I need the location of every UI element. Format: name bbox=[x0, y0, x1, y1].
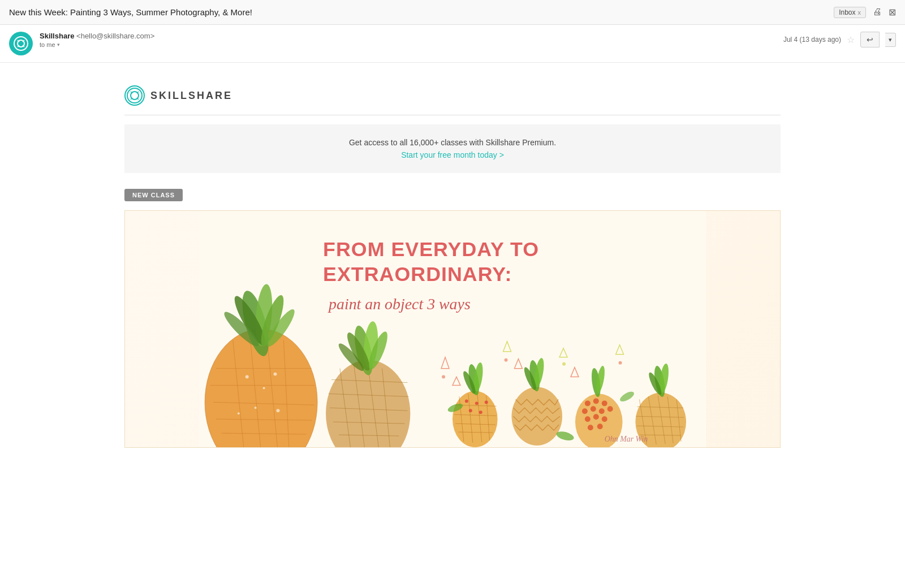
svg-point-29 bbox=[238, 412, 240, 414]
star-icon[interactable]: ☆ bbox=[847, 34, 855, 45]
free-month-link[interactable]: Start your free month today > bbox=[401, 150, 504, 159]
svg-point-82 bbox=[602, 416, 607, 422]
svg-point-83 bbox=[588, 425, 593, 430]
email-body: SKILLSHARE Get access to all 16,000+ cla… bbox=[0, 63, 905, 588]
skillshare-logo-area: SKILLSHARE bbox=[124, 74, 781, 115]
svg-text:Ohn Mar Win: Ohn Mar Win bbox=[605, 435, 648, 443]
svg-point-76 bbox=[582, 408, 588, 414]
more-options-button[interactable]: ▾ bbox=[885, 33, 896, 47]
skillshare-avatar-icon bbox=[14, 36, 28, 51]
svg-text:EXTRAORDINARY:: EXTRAORDINARY: bbox=[323, 263, 512, 286]
skillshare-logo-icon bbox=[126, 87, 143, 104]
email-subject: New this Week: Painting 3 Ways, Summer P… bbox=[9, 7, 834, 17]
svg-point-0 bbox=[14, 37, 28, 50]
svg-point-28 bbox=[276, 409, 279, 412]
svg-point-64 bbox=[479, 410, 482, 414]
svg-point-24 bbox=[245, 375, 249, 379]
logo-divider bbox=[124, 115, 781, 115]
email-date: Jul 4 (13 days ago) bbox=[783, 36, 841, 44]
skillshare-logo-text: SKILLSHARE bbox=[150, 90, 232, 102]
inbox-badge: Inbox x bbox=[834, 7, 866, 18]
course-artwork: FROM EVERYDAY TO EXTRAORDINARY: paint an… bbox=[125, 211, 780, 447]
recipient-info: to me ▾ bbox=[40, 41, 783, 48]
svg-point-110 bbox=[619, 361, 622, 365]
top-bar: New this Week: Painting 3 Ways, Summer P… bbox=[0, 0, 905, 25]
email-header: Skillshare <hello@skillshare.com> to me … bbox=[0, 25, 905, 63]
inbox-close-button[interactable]: x bbox=[858, 9, 861, 16]
print-icon[interactable]: 🖨 bbox=[873, 7, 882, 18]
svg-point-73 bbox=[585, 400, 591, 406]
svg-text:FROM EVERYDAY TO: FROM EVERYDAY TO bbox=[323, 238, 539, 261]
svg-point-81 bbox=[593, 414, 599, 420]
svg-text:paint an object 3 ways: paint an object 3 ways bbox=[327, 295, 471, 313]
recipient-dropdown-arrow[interactable]: ▾ bbox=[57, 42, 60, 47]
sender-avatar bbox=[9, 32, 33, 55]
svg-point-109 bbox=[562, 362, 566, 366]
premium-text: Get access to all 16,000+ classes with S… bbox=[136, 138, 769, 147]
svg-point-26 bbox=[274, 373, 277, 376]
svg-point-61 bbox=[475, 401, 479, 405]
svg-point-27 bbox=[255, 407, 257, 409]
expand-icon[interactable]: ⊠ bbox=[889, 7, 896, 18]
svg-point-60 bbox=[465, 399, 468, 403]
svg-point-77 bbox=[591, 406, 596, 412]
svg-point-84 bbox=[597, 423, 603, 429]
course-image: FROM EVERYDAY TO EXTRAORDINARY: paint an… bbox=[124, 210, 781, 448]
svg-point-74 bbox=[593, 398, 599, 404]
new-class-badge: NEW CLASS bbox=[124, 189, 183, 201]
svg-point-25 bbox=[263, 387, 265, 390]
svg-point-108 bbox=[505, 358, 508, 362]
svg-point-80 bbox=[585, 416, 591, 422]
sender-email: <hello@skillshare.com> bbox=[76, 32, 154, 40]
svg-point-62 bbox=[485, 400, 488, 404]
svg-point-6 bbox=[127, 88, 142, 103]
top-bar-actions: 🖨 ⊠ bbox=[873, 7, 896, 18]
svg-point-75 bbox=[602, 400, 607, 406]
svg-point-63 bbox=[469, 409, 472, 412]
sender-name: Skillshare bbox=[40, 32, 74, 40]
reply-button[interactable]: ↩ bbox=[860, 32, 880, 47]
to-label: to me bbox=[40, 41, 55, 48]
skillshare-logo-circle bbox=[124, 85, 145, 106]
sender-info: Skillshare <hello@skillshare.com> to me … bbox=[40, 32, 783, 48]
svg-point-79 bbox=[607, 406, 613, 412]
email-meta: Jul 4 (13 days ago) ☆ ↩ ▾ bbox=[783, 32, 896, 47]
svg-point-78 bbox=[599, 408, 605, 414]
svg-point-107 bbox=[442, 375, 445, 379]
svg-point-68 bbox=[512, 387, 563, 446]
inbox-label: Inbox bbox=[839, 8, 855, 16]
premium-banner: Get access to all 16,000+ classes with S… bbox=[124, 124, 781, 173]
